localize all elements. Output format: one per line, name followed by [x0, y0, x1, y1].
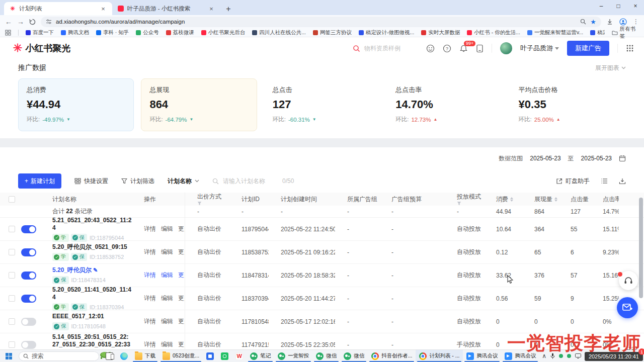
col-ad-group[interactable]: 所属广告组	[335, 195, 379, 204]
taskbar-app[interactable]	[117, 350, 131, 362]
plan-filter-button[interactable]: 计划筛选	[121, 177, 154, 186]
forward-icon[interactable]: →	[17, 18, 24, 26]
bookmark-item[interactable]: 四川人社在线公共...	[252, 29, 306, 36]
op-detail-link[interactable]: 详情	[144, 248, 156, 256]
window-close-button[interactable]: ×	[627, 0, 644, 12]
plan-enable-toggle[interactable]	[21, 341, 36, 349]
col-cost[interactable]: 消费	[484, 195, 522, 204]
plan-name-link[interactable]: EEEE_0517_12:01✎	[52, 313, 132, 320]
date-to[interactable]: 2025-05-23	[581, 155, 612, 162]
mobile-preview-icon[interactable]	[476, 44, 484, 53]
tab-close-icon[interactable]: ×	[207, 5, 215, 13]
col-group-budget[interactable]: 广告组预算	[379, 195, 445, 204]
select-all-checkbox[interactable]	[9, 196, 15, 203]
op-edit-link[interactable]: 编辑	[161, 248, 173, 256]
plan-name-dropdown[interactable]: 计划名称	[168, 177, 199, 186]
custom-columns-icon[interactable]	[601, 178, 608, 184]
op-detail-link[interactable]: 详情	[144, 294, 156, 303]
plan-name-link[interactable]: 5.20_0520_11:41_0520_11:44✎	[52, 286, 132, 301]
col-bid-type[interactable]: 出价方式	[185, 193, 229, 206]
bookmark-item[interactable]: 一觉醒来智慧运营v...	[527, 29, 583, 36]
taskbar-app[interactable]: 一觉智投	[274, 350, 312, 362]
op-edit-link[interactable]: 编辑	[161, 294, 173, 303]
monitor-assistant-button[interactable]: 盯盘助手	[556, 177, 590, 186]
sort-icon[interactable]	[554, 197, 557, 202]
plan-enable-toggle[interactable]	[21, 248, 36, 256]
browser-tab-inactive[interactable]: 叶子品质游 - 小红书搜索 ×	[112, 2, 220, 15]
op-edit-link[interactable]: 编辑	[161, 340, 173, 349]
customer-service-button[interactable]	[619, 271, 638, 290]
profile-icon[interactable]	[619, 18, 627, 26]
op-edit-link[interactable]: 编辑	[161, 271, 173, 280]
plan-enable-toggle[interactable]	[21, 318, 36, 326]
row-checkbox[interactable]	[9, 341, 15, 348]
browser-menu-icon[interactable]: ⋮	[633, 18, 639, 25]
col-plan-name[interactable]: 计划名称	[40, 195, 132, 204]
taskbar-app[interactable]: 0523创意...	[159, 350, 203, 362]
bookmark-item[interactable]: 李科 · 知乎	[96, 29, 129, 36]
app-logo[interactable]: ✳ 小红书聚光	[13, 42, 70, 55]
taskbar-search-input[interactable]: 搜索	[19, 351, 99, 361]
col-ctr[interactable]: 点击率	[591, 195, 619, 204]
sort-icon[interactable]	[510, 197, 513, 202]
plan-search-input[interactable]: 请输入计划名称 0/50	[212, 177, 294, 186]
help-icon[interactable]: ?	[443, 44, 451, 53]
plan-name-link[interactable]: 5.20_呼伦贝尔_0521_09:15✎	[52, 243, 132, 251]
edit-pencil-icon[interactable]: ✎	[93, 267, 98, 273]
bookmark-item[interactable]: 荔枝微课	[166, 29, 194, 36]
op-more-link[interactable]: 更多	[178, 317, 185, 326]
row-checkbox[interactable]	[9, 249, 15, 255]
new-tab-button[interactable]: +	[222, 3, 234, 15]
plan-enable-toggle[interactable]	[21, 272, 36, 280]
filter-icon[interactable]	[197, 201, 229, 206]
tab-close-icon[interactable]: ×	[99, 5, 107, 13]
export-download-icon[interactable]	[619, 178, 626, 185]
col-delivery-mode[interactable]: 投放模式	[445, 193, 484, 206]
row-checkbox[interactable]	[9, 226, 15, 232]
vertical-scrollbar[interactable]	[639, 198, 643, 298]
op-detail-link[interactable]: 详情	[144, 317, 156, 326]
bookmark-item[interactable]: 小红书 - 你的生活...	[467, 29, 520, 36]
bookmark-item[interactable]: 百度一下	[26, 29, 54, 36]
taskbar-app[interactable]	[217, 350, 232, 362]
expand-chart-button[interactable]: 展开图表	[595, 64, 626, 72]
op-more-link[interactable]: 更多	[178, 340, 185, 349]
start-button[interactable]	[2, 350, 16, 362]
op-edit-link[interactable]: 编辑	[161, 317, 173, 326]
op-more-link[interactable]: 更多	[178, 248, 185, 256]
reload-icon[interactable]	[29, 19, 36, 25]
header-search-input[interactable]: 物料资质样例	[353, 44, 418, 53]
row-checkbox[interactable]	[9, 272, 15, 279]
apps-launcher-icon[interactable]	[626, 44, 634, 52]
feedback-smiley-icon[interactable]	[426, 44, 435, 53]
plan-name-link[interactable]: 5.14_0515_20:51_0515_22:27_0515_22:30_05…	[52, 333, 132, 348]
new-plan-button[interactable]: +新建计划	[18, 173, 61, 189]
bookmark-star-icon[interactable]: ★	[590, 18, 596, 26]
filter-icon[interactable]	[457, 201, 484, 206]
op-more-link[interactable]: 更多	[178, 271, 185, 280]
op-detail-link[interactable]: 详情	[144, 340, 156, 349]
bookmark-item[interactable]: 小红书聚光后台	[201, 29, 246, 36]
taskbar-app[interactable]: 笔记	[247, 350, 274, 362]
plan-enable-toggle[interactable]	[21, 295, 36, 303]
date-from[interactable]: 2025-05-23	[530, 155, 560, 162]
op-detail-link[interactable]: 详情	[144, 225, 156, 233]
row-checkbox[interactable]	[9, 295, 15, 302]
op-more-link[interactable]: 更多	[178, 294, 185, 303]
user-avatar[interactable]	[500, 42, 512, 54]
apps-grid-icon[interactable]	[5, 30, 11, 36]
taskbar-app[interactable]: 计划列表 - ...	[416, 350, 463, 362]
taskbar-app[interactable]: 微信	[340, 350, 368, 362]
taskbar-app[interactable]: 微信	[312, 350, 340, 362]
all-bookmarks-button[interactable]: 所有书签	[612, 26, 639, 40]
op-detail-link[interactable]: 详情	[144, 271, 156, 280]
bookmark-item[interactable]: 稿定设计-做图做视...	[590, 29, 605, 36]
taskbar-app[interactable]: 下载	[131, 350, 159, 362]
bookmark-item[interactable]: 网签三方协议	[313, 29, 352, 36]
bookmark-item[interactable]: 公众号	[136, 29, 159, 36]
plan-name-link[interactable]: 5.21_0521_20:43_0522_11:24✎	[52, 217, 132, 232]
site-settings-icon[interactable]	[46, 19, 52, 25]
taskbar-app[interactable]: 腾讯会议	[463, 350, 501, 362]
col-plan-id[interactable]: 计划ID	[229, 195, 269, 204]
plan-enable-toggle[interactable]	[21, 225, 36, 233]
